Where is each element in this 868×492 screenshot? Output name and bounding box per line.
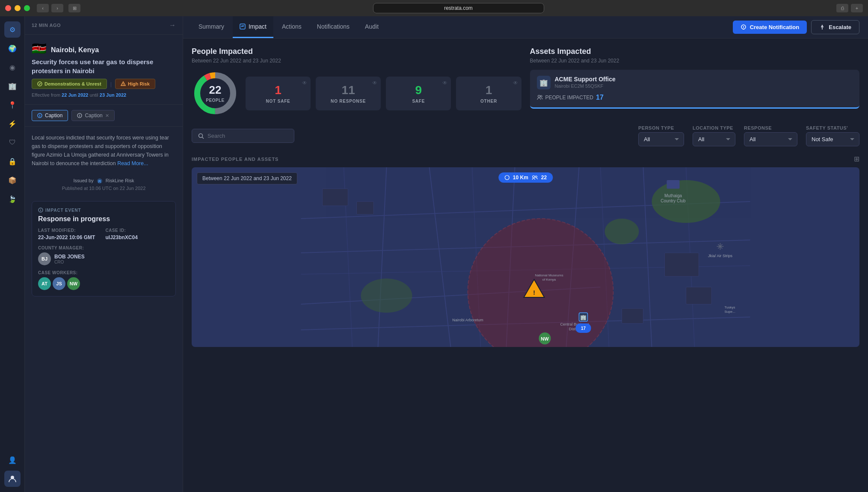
case-id-item: Case ID: uIJ23bnXC04 bbox=[106, 228, 170, 240]
asset-details: ACME Support Office Nairobi EC2M 55QSKF bbox=[555, 76, 616, 89]
nav-icon-lock[interactable]: 🔒 bbox=[4, 153, 21, 169]
close-button[interactable] bbox=[5, 5, 11, 11]
response-filter: RESPONSE All Safe Not Safe No Response bbox=[744, 125, 797, 146]
svg-text:NW: NW bbox=[541, 336, 549, 341]
nav-icon-shield[interactable]: 🛡 bbox=[4, 134, 21, 151]
location-type-select[interactable]: All Office Field bbox=[693, 132, 735, 146]
forward-button[interactable]: › bbox=[51, 4, 63, 12]
svg-text:National Museums: National Museums bbox=[535, 273, 563, 277]
nav-icon-user[interactable]: 👤 bbox=[4, 452, 21, 468]
svg-text:17: 17 bbox=[581, 326, 586, 331]
effective-dates: Effective from 22 Jun 2022 until 23 Jun … bbox=[32, 92, 176, 98]
tab-summary[interactable]: Summary bbox=[192, 16, 231, 38]
nav-icon-location[interactable]: 📍 bbox=[4, 97, 21, 113]
tab-audit[interactable]: Audit bbox=[358, 16, 385, 38]
maximize-button[interactable] bbox=[24, 5, 30, 11]
svg-text:Muthaiga: Muthaiga bbox=[664, 193, 682, 198]
manager-details: BOB JONES CRO bbox=[54, 254, 85, 264]
svg-point-27 bbox=[532, 176, 534, 178]
people-impacted-section: People Impacted Between 22 Jun 2022 and … bbox=[192, 47, 521, 117]
no-response-label: NO RESPONSE bbox=[324, 99, 372, 104]
caption-tab-1[interactable]: Caption bbox=[32, 110, 68, 121]
svg-rect-51 bbox=[622, 308, 643, 323]
assets-impacted-title: Assets Impacted bbox=[530, 47, 860, 56]
event-title: Security forces use tear gas to disperse… bbox=[32, 57, 176, 75]
nav-icon-settings[interactable]: ⚙ bbox=[4, 21, 21, 38]
main-content: Summary Impact Actions Notifications Aud… bbox=[183, 16, 868, 492]
svg-line-25 bbox=[202, 137, 204, 139]
event-location: Nairobi, Kenya bbox=[51, 46, 99, 54]
response-select[interactable]: All Safe Not Safe No Response bbox=[744, 132, 797, 146]
nav-icon-leaf[interactable]: 🍃 bbox=[4, 191, 21, 207]
svg-text:Tuskys: Tuskys bbox=[725, 305, 735, 309]
escalate-button[interactable]: Escalate bbox=[811, 20, 859, 34]
svg-point-3 bbox=[123, 85, 123, 85]
no-response-number: 11 bbox=[324, 83, 372, 97]
svg-text:🏢: 🏢 bbox=[580, 314, 587, 320]
svg-point-23 bbox=[540, 95, 542, 97]
last-modified-item: Last Modified: 22-Jun-2022 10:06 GMT bbox=[38, 228, 102, 240]
svg-text:!: ! bbox=[533, 289, 535, 296]
event-description: Local sources indicted that security for… bbox=[25, 127, 183, 175]
panel-next-button[interactable]: → bbox=[169, 21, 176, 29]
eye-icon-3: 👁 bbox=[442, 80, 447, 86]
panel-header: 12 MIN AGO → bbox=[25, 16, 183, 35]
svg-rect-52 bbox=[686, 287, 712, 304]
top-tabs: Summary Impact Actions Notifications Aud… bbox=[183, 16, 868, 39]
share-button[interactable]: ⎙ bbox=[836, 4, 848, 12]
map-svg: Muthaiga Country Club Nairobi Arboretum … bbox=[192, 167, 859, 347]
caption-tab-2[interactable]: Caption ✕ bbox=[71, 110, 114, 121]
svg-point-6 bbox=[39, 114, 40, 115]
stat-card-no-response: 👁 11 NO RESPONSE bbox=[316, 77, 381, 110]
read-more-link[interactable]: Read More... bbox=[117, 160, 148, 166]
eye-icon-4: 👁 bbox=[513, 80, 518, 86]
risk-tag: High Risk bbox=[115, 79, 155, 89]
nav-icon-buildings[interactable]: 🏢 bbox=[4, 78, 21, 94]
svg-point-46 bbox=[361, 279, 412, 313]
not-safe-label: NOT SAFE bbox=[254, 99, 302, 104]
impact-event-status: Response in progress bbox=[38, 215, 169, 223]
minimize-button[interactable] bbox=[15, 5, 21, 11]
person-type-filter: PERSON TYPE All Employee Contractor bbox=[638, 125, 684, 146]
svg-point-28 bbox=[535, 176, 537, 178]
donut-chart: 22 PEOPLE bbox=[192, 70, 239, 117]
safe-label: SAFE bbox=[394, 99, 442, 104]
eye-icon: 👁 bbox=[302, 80, 307, 86]
svg-point-14 bbox=[40, 209, 41, 209]
map-container: Between 22 Jun 2022 and 23 Jun 2022 10 K… bbox=[192, 167, 859, 347]
nav-icon-avatar[interactable] bbox=[4, 471, 21, 487]
tab-notifications[interactable]: Notifications bbox=[310, 16, 356, 38]
url-input[interactable] bbox=[373, 3, 544, 13]
svg-text:Jkia/ Air Strips: Jkia/ Air Strips bbox=[708, 254, 733, 258]
event-info: 🇰🇪 Nairobi, Kenya Security forces use te… bbox=[25, 35, 183, 105]
app-container: ⚙ 🌍 ◉ 🏢 📍 ⚡ 🛡 🔒 📦 🍃 👤 12 MIN AGO → 🇰🇪 Na… bbox=[0, 16, 868, 492]
sidebar-toggle[interactable]: ⊞ bbox=[68, 4, 80, 12]
nav-icon-alerts[interactable]: ◉ bbox=[4, 59, 21, 75]
svg-rect-55 bbox=[667, 180, 680, 189]
new-tab-button[interactable]: + bbox=[851, 4, 863, 12]
person-type-select[interactable]: All Employee Contractor bbox=[638, 132, 684, 146]
asset-header: 🏢 ACME Support Office Nairobi EC2M 55QSK… bbox=[537, 76, 853, 89]
map-expand-button[interactable]: ⊞ bbox=[854, 155, 859, 163]
location-type-filter: LOCATION TYPE All Office Field bbox=[693, 125, 735, 146]
not-safe-number: 1 bbox=[254, 83, 302, 97]
tab-impact[interactable]: Impact bbox=[233, 16, 273, 38]
stat-card-other: 👁 1 OTHER bbox=[456, 77, 521, 110]
back-button[interactable]: ‹ bbox=[37, 4, 49, 12]
map-section-title: IMPACTED PEOPLE AND ASSETS bbox=[192, 157, 278, 162]
nav-buttons: ‹ › bbox=[37, 4, 63, 12]
nav-icon-bolt[interactable]: ⚡ bbox=[4, 116, 21, 132]
caption-tab-close[interactable]: ✕ bbox=[105, 113, 109, 119]
svg-point-22 bbox=[538, 95, 540, 98]
search-box[interactable]: Search bbox=[192, 129, 294, 143]
filter-dropdowns: PERSON TYPE All Employee Contractor LOCA… bbox=[638, 125, 859, 146]
worker-avatar-at: AT bbox=[38, 277, 51, 290]
svg-text:Nairobi Arboretum: Nairobi Arboretum bbox=[452, 318, 483, 322]
nav-icon-globe[interactable]: 🌍 bbox=[4, 40, 21, 56]
tab-actions[interactable]: Actions bbox=[275, 16, 308, 38]
create-notification-button[interactable]: Create Notification bbox=[733, 21, 807, 34]
svg-rect-50 bbox=[665, 253, 699, 276]
nav-icon-package[interactable]: 📦 bbox=[4, 172, 21, 188]
safety-status-select[interactable]: Not Safe Safe No Response Other bbox=[806, 132, 859, 146]
svg-point-26 bbox=[505, 175, 509, 180]
